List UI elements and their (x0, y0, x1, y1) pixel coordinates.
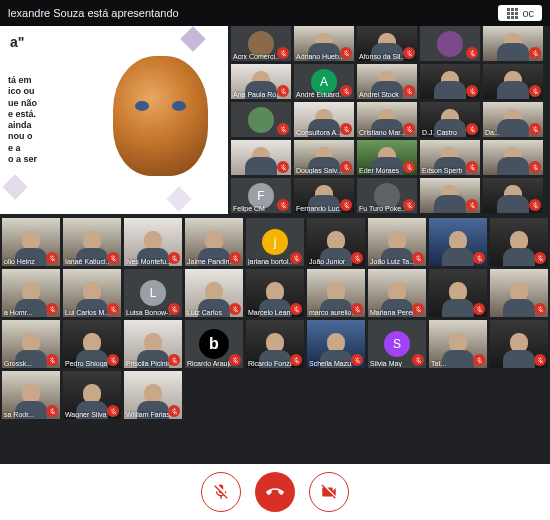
participant-tile[interactable] (429, 269, 487, 317)
participant-name: Marcelo Lean... (248, 309, 292, 316)
participant-tile[interactable]: Priscila Picinini (124, 320, 182, 368)
participant-tile[interactable]: Scheila Mazu... (307, 320, 365, 368)
participant-tile[interactable]: Cristiano Mar... (357, 102, 417, 137)
mute-indicator (168, 252, 180, 264)
layout-button-label: oc (522, 7, 534, 19)
participant-logo: b (199, 329, 229, 359)
participant-tile[interactable]: Ives Montefu... (124, 218, 182, 266)
participant-row: a Homr...Lui Carlos M...LLuisa Bonow-...… (0, 269, 550, 317)
participant-bottom-grid: olio HeinzIanaê Katiuci...Ives Montefu..… (0, 216, 550, 421)
participant-tile[interactable] (483, 140, 543, 175)
participant-tile[interactable]: Jaime Pandin... (185, 218, 243, 266)
participant-tile[interactable] (490, 218, 548, 266)
participant-name: Luiz Carlos (187, 309, 231, 316)
participant-name: Douglas Salv... (296, 167, 342, 174)
participant-tile[interactable] (490, 320, 548, 368)
participant-tile[interactable]: D.J. Castro (420, 102, 480, 137)
participant-tile[interactable] (231, 102, 291, 137)
mute-indicator (412, 354, 424, 366)
mute-indicator (277, 47, 289, 59)
participant-tile[interactable]: Ianaê Katiuci... (63, 218, 121, 266)
participant-tile[interactable]: Edson Sperb (420, 140, 480, 175)
participant-tile[interactable]: Consultora A... (294, 102, 354, 137)
mute-indicator (466, 161, 478, 173)
participant-tile[interactable]: sa Rodr... (2, 371, 60, 419)
participant-tile[interactable]: Adriano Hueb... (294, 26, 354, 61)
participant-tile[interactable]: LLuisa Bonow-... (124, 269, 182, 317)
participant-tile[interactable]: Wagner Silva (63, 371, 121, 419)
participant-name: Ricardo Araujo (187, 360, 231, 367)
participant-tile[interactable] (483, 64, 543, 99)
mute-indicator (277, 123, 289, 135)
participant-tile[interactable]: Luiz Carlos (185, 269, 243, 317)
participant-tile[interactable]: Da... (483, 102, 543, 137)
mute-indicator (403, 161, 415, 173)
participant-tile[interactable]: Acrx Comerci... (231, 26, 291, 61)
participant-tile[interactable] (420, 64, 480, 99)
mute-indicator (107, 354, 119, 366)
avatar-circle: S (384, 331, 410, 357)
mute-indicator (403, 123, 415, 135)
participant-tile[interactable]: Ana Paula Ro... (231, 64, 291, 99)
participant-tile[interactable]: Marcelo Lean... (246, 269, 304, 317)
participant-name: Scheila Mazu... (309, 360, 353, 367)
participant-name: Afonso da Sil... (359, 53, 405, 60)
participant-tile[interactable] (483, 178, 543, 213)
participant-tile[interactable]: AAndré Eduard... (294, 64, 354, 99)
participant-tile[interactable] (420, 178, 480, 213)
participant-name: Priscila Picinini (126, 360, 170, 367)
participant-tile[interactable]: SSilvia May (368, 320, 426, 368)
mute-indicator (351, 354, 363, 366)
participant-name: marco aurelio... (309, 309, 353, 316)
participant-tile[interactable]: Pedro Shioga (63, 320, 121, 368)
presentation-tile[interactable]: a" tá em ico ou ue não e está. ainda nou… (0, 26, 228, 214)
participant-tile[interactable]: João Luiz Ta... (368, 218, 426, 266)
layout-button[interactable]: oc (498, 5, 542, 21)
participant-name: André Eduard... (296, 91, 342, 98)
mute-indicator (529, 199, 541, 211)
participant-tile[interactable]: olio Heinz (2, 218, 60, 266)
participant-tile[interactable] (490, 269, 548, 317)
mute-indicator (473, 303, 485, 315)
camera-toggle-button[interactable] (309, 472, 349, 512)
participant-tile[interactable]: bRicardo Araujo (185, 320, 243, 368)
participant-tile[interactable]: FFelipe CM (231, 178, 291, 213)
participant-tile[interactable]: Fernando Luc... (294, 178, 354, 213)
participant-tile[interactable]: a Homr... (2, 269, 60, 317)
mute-indicator (529, 47, 541, 59)
participant-tile[interactable]: Fu Turo Poke... (357, 178, 417, 213)
mute-indicator (340, 47, 352, 59)
mute-indicator (290, 252, 302, 264)
participant-tile[interactable]: jjariana bortol... (246, 218, 304, 266)
mute-indicator (290, 354, 302, 366)
participant-tile[interactable]: Grossk... (2, 320, 60, 368)
mute-indicator (466, 199, 478, 211)
hangup-button[interactable] (255, 472, 295, 512)
participant-tile[interactable] (429, 218, 487, 266)
participant-tile[interactable]: Eder Moraes (357, 140, 417, 175)
participant-tile[interactable]: Ricardo Fonza (246, 320, 304, 368)
participant-tile[interactable]: Afonso da Sil... (357, 26, 417, 61)
participant-name: Fernando Luc... (296, 205, 342, 212)
mute-indicator (107, 252, 119, 264)
participant-name: Pedro Shioga (65, 360, 109, 367)
video-stage: a" tá em ico ou ue não e está. ainda nou… (0, 26, 550, 464)
participant-tile[interactable]: marco aurelio... (307, 269, 365, 317)
participant-tile[interactable]: Tat... (429, 320, 487, 368)
participant-tile[interactable]: Douglas Salv... (294, 140, 354, 175)
participant-tile[interactable]: Andrei Stock (357, 64, 417, 99)
participant-tile[interactable]: William Farias (124, 371, 182, 419)
participant-tile[interactable]: Mariana Perei... (368, 269, 426, 317)
participant-tile[interactable] (231, 140, 291, 175)
mute-indicator (529, 85, 541, 97)
participant-name: Ianaê Katiuci... (65, 258, 109, 265)
mic-toggle-button[interactable] (201, 472, 241, 512)
mute-indicator (534, 354, 546, 366)
mute-indicator (403, 199, 415, 211)
participant-tile[interactable]: João Junior (307, 218, 365, 266)
participant-tile[interactable] (420, 26, 480, 61)
slide-image (113, 56, 208, 176)
participant-tile[interactable]: Lui Carlos M... (63, 269, 121, 317)
participant-name: João Luiz Ta... (370, 258, 414, 265)
participant-tile[interactable] (483, 26, 543, 61)
